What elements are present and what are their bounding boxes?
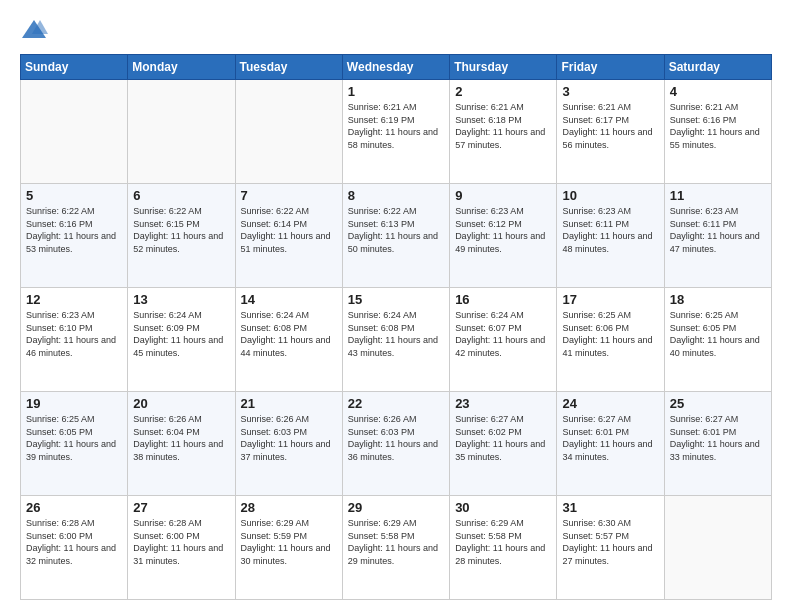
- day-number: 10: [562, 188, 658, 203]
- day-number: 18: [670, 292, 766, 307]
- day-number: 11: [670, 188, 766, 203]
- day-cell: 30Sunrise: 6:29 AM Sunset: 5:58 PM Dayli…: [450, 496, 557, 600]
- day-info: Sunrise: 6:22 AM Sunset: 6:16 PM Dayligh…: [26, 205, 122, 255]
- day-number: 28: [241, 500, 337, 515]
- day-info: Sunrise: 6:29 AM Sunset: 5:58 PM Dayligh…: [455, 517, 551, 567]
- weekday-header-thursday: Thursday: [450, 55, 557, 80]
- weekday-header-tuesday: Tuesday: [235, 55, 342, 80]
- day-info: Sunrise: 6:21 AM Sunset: 6:16 PM Dayligh…: [670, 101, 766, 151]
- day-info: Sunrise: 6:22 AM Sunset: 6:15 PM Dayligh…: [133, 205, 229, 255]
- day-cell: 27Sunrise: 6:28 AM Sunset: 6:00 PM Dayli…: [128, 496, 235, 600]
- day-number: 13: [133, 292, 229, 307]
- day-cell: [128, 80, 235, 184]
- day-cell: 28Sunrise: 6:29 AM Sunset: 5:59 PM Dayli…: [235, 496, 342, 600]
- day-info: Sunrise: 6:26 AM Sunset: 6:03 PM Dayligh…: [348, 413, 444, 463]
- day-info: Sunrise: 6:27 AM Sunset: 6:02 PM Dayligh…: [455, 413, 551, 463]
- day-info: Sunrise: 6:22 AM Sunset: 6:14 PM Dayligh…: [241, 205, 337, 255]
- day-number: 5: [26, 188, 122, 203]
- day-cell: 10Sunrise: 6:23 AM Sunset: 6:11 PM Dayli…: [557, 184, 664, 288]
- day-cell: [664, 496, 771, 600]
- day-cell: 6Sunrise: 6:22 AM Sunset: 6:15 PM Daylig…: [128, 184, 235, 288]
- weekday-header-wednesday: Wednesday: [342, 55, 449, 80]
- day-info: Sunrise: 6:21 AM Sunset: 6:17 PM Dayligh…: [562, 101, 658, 151]
- day-info: Sunrise: 6:25 AM Sunset: 6:05 PM Dayligh…: [26, 413, 122, 463]
- week-row-5: 26Sunrise: 6:28 AM Sunset: 6:00 PM Dayli…: [21, 496, 772, 600]
- week-row-1: 1Sunrise: 6:21 AM Sunset: 6:19 PM Daylig…: [21, 80, 772, 184]
- day-number: 27: [133, 500, 229, 515]
- calendar: SundayMondayTuesdayWednesdayThursdayFrid…: [20, 54, 772, 600]
- day-number: 3: [562, 84, 658, 99]
- day-cell: 19Sunrise: 6:25 AM Sunset: 6:05 PM Dayli…: [21, 392, 128, 496]
- day-info: Sunrise: 6:30 AM Sunset: 5:57 PM Dayligh…: [562, 517, 658, 567]
- logo-icon: [20, 16, 48, 44]
- day-info: Sunrise: 6:24 AM Sunset: 6:09 PM Dayligh…: [133, 309, 229, 359]
- day-info: Sunrise: 6:21 AM Sunset: 6:19 PM Dayligh…: [348, 101, 444, 151]
- day-cell: 3Sunrise: 6:21 AM Sunset: 6:17 PM Daylig…: [557, 80, 664, 184]
- day-cell: 21Sunrise: 6:26 AM Sunset: 6:03 PM Dayli…: [235, 392, 342, 496]
- page: SundayMondayTuesdayWednesdayThursdayFrid…: [0, 0, 792, 612]
- day-number: 16: [455, 292, 551, 307]
- day-info: Sunrise: 6:23 AM Sunset: 6:10 PM Dayligh…: [26, 309, 122, 359]
- day-number: 24: [562, 396, 658, 411]
- day-number: 9: [455, 188, 551, 203]
- day-info: Sunrise: 6:28 AM Sunset: 6:00 PM Dayligh…: [26, 517, 122, 567]
- day-number: 31: [562, 500, 658, 515]
- day-cell: 24Sunrise: 6:27 AM Sunset: 6:01 PM Dayli…: [557, 392, 664, 496]
- day-number: 22: [348, 396, 444, 411]
- day-info: Sunrise: 6:24 AM Sunset: 6:07 PM Dayligh…: [455, 309, 551, 359]
- day-number: 14: [241, 292, 337, 307]
- day-cell: 4Sunrise: 6:21 AM Sunset: 6:16 PM Daylig…: [664, 80, 771, 184]
- day-info: Sunrise: 6:24 AM Sunset: 6:08 PM Dayligh…: [241, 309, 337, 359]
- week-row-3: 12Sunrise: 6:23 AM Sunset: 6:10 PM Dayli…: [21, 288, 772, 392]
- week-row-4: 19Sunrise: 6:25 AM Sunset: 6:05 PM Dayli…: [21, 392, 772, 496]
- logo: [20, 16, 52, 44]
- day-number: 7: [241, 188, 337, 203]
- weekday-header-row: SundayMondayTuesdayWednesdayThursdayFrid…: [21, 55, 772, 80]
- day-cell: 20Sunrise: 6:26 AM Sunset: 6:04 PM Dayli…: [128, 392, 235, 496]
- day-cell: 29Sunrise: 6:29 AM Sunset: 5:58 PM Dayli…: [342, 496, 449, 600]
- day-cell: 18Sunrise: 6:25 AM Sunset: 6:05 PM Dayli…: [664, 288, 771, 392]
- week-row-2: 5Sunrise: 6:22 AM Sunset: 6:16 PM Daylig…: [21, 184, 772, 288]
- day-cell: 17Sunrise: 6:25 AM Sunset: 6:06 PM Dayli…: [557, 288, 664, 392]
- day-info: Sunrise: 6:26 AM Sunset: 6:03 PM Dayligh…: [241, 413, 337, 463]
- day-number: 1: [348, 84, 444, 99]
- day-cell: 12Sunrise: 6:23 AM Sunset: 6:10 PM Dayli…: [21, 288, 128, 392]
- day-info: Sunrise: 6:23 AM Sunset: 6:12 PM Dayligh…: [455, 205, 551, 255]
- day-number: 2: [455, 84, 551, 99]
- day-cell: 31Sunrise: 6:30 AM Sunset: 5:57 PM Dayli…: [557, 496, 664, 600]
- day-number: 23: [455, 396, 551, 411]
- day-number: 20: [133, 396, 229, 411]
- day-number: 12: [26, 292, 122, 307]
- day-info: Sunrise: 6:23 AM Sunset: 6:11 PM Dayligh…: [562, 205, 658, 255]
- day-cell: 1Sunrise: 6:21 AM Sunset: 6:19 PM Daylig…: [342, 80, 449, 184]
- day-info: Sunrise: 6:29 AM Sunset: 5:58 PM Dayligh…: [348, 517, 444, 567]
- day-cell: 5Sunrise: 6:22 AM Sunset: 6:16 PM Daylig…: [21, 184, 128, 288]
- day-number: 30: [455, 500, 551, 515]
- day-info: Sunrise: 6:27 AM Sunset: 6:01 PM Dayligh…: [670, 413, 766, 463]
- day-number: 19: [26, 396, 122, 411]
- day-cell: [21, 80, 128, 184]
- day-number: 25: [670, 396, 766, 411]
- day-number: 26: [26, 500, 122, 515]
- day-cell: 13Sunrise: 6:24 AM Sunset: 6:09 PM Dayli…: [128, 288, 235, 392]
- weekday-header-sunday: Sunday: [21, 55, 128, 80]
- day-cell: 7Sunrise: 6:22 AM Sunset: 6:14 PM Daylig…: [235, 184, 342, 288]
- day-cell: 26Sunrise: 6:28 AM Sunset: 6:00 PM Dayli…: [21, 496, 128, 600]
- day-cell: 15Sunrise: 6:24 AM Sunset: 6:08 PM Dayli…: [342, 288, 449, 392]
- day-info: Sunrise: 6:25 AM Sunset: 6:06 PM Dayligh…: [562, 309, 658, 359]
- day-info: Sunrise: 6:29 AM Sunset: 5:59 PM Dayligh…: [241, 517, 337, 567]
- day-info: Sunrise: 6:27 AM Sunset: 6:01 PM Dayligh…: [562, 413, 658, 463]
- header: [20, 16, 772, 44]
- day-number: 15: [348, 292, 444, 307]
- day-number: 17: [562, 292, 658, 307]
- day-cell: 14Sunrise: 6:24 AM Sunset: 6:08 PM Dayli…: [235, 288, 342, 392]
- day-info: Sunrise: 6:22 AM Sunset: 6:13 PM Dayligh…: [348, 205, 444, 255]
- day-cell: 23Sunrise: 6:27 AM Sunset: 6:02 PM Dayli…: [450, 392, 557, 496]
- day-info: Sunrise: 6:24 AM Sunset: 6:08 PM Dayligh…: [348, 309, 444, 359]
- weekday-header-monday: Monday: [128, 55, 235, 80]
- day-cell: 25Sunrise: 6:27 AM Sunset: 6:01 PM Dayli…: [664, 392, 771, 496]
- day-cell: 8Sunrise: 6:22 AM Sunset: 6:13 PM Daylig…: [342, 184, 449, 288]
- day-number: 6: [133, 188, 229, 203]
- day-number: 29: [348, 500, 444, 515]
- weekday-header-friday: Friday: [557, 55, 664, 80]
